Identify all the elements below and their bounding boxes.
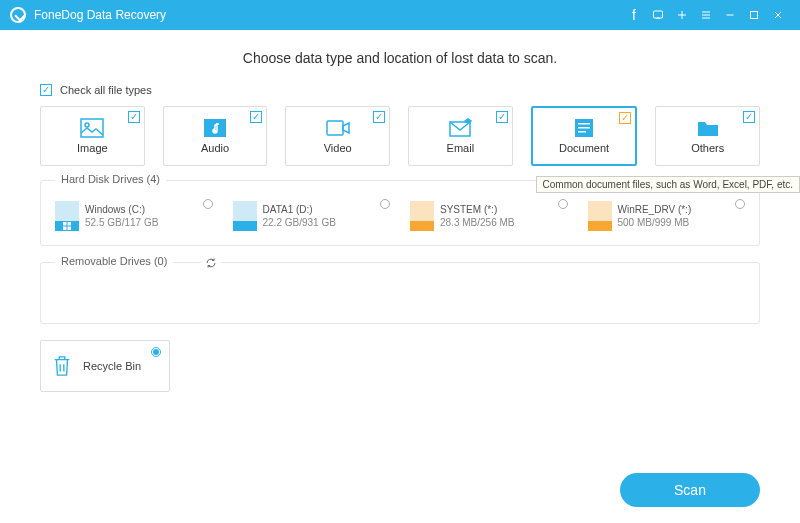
drive-size: 500 MB/999 MB <box>618 217 692 228</box>
type-card-image[interactable]: ✓ Image <box>40 106 145 166</box>
document-tooltip: Common document files, such as Word, Exc… <box>536 176 800 193</box>
removable-group: Removable Drives (0) <box>40 262 760 324</box>
check-all-types[interactable]: ✓ Check all file types <box>40 84 760 96</box>
image-icon <box>80 118 104 138</box>
check-all-label: Check all file types <box>60 84 152 96</box>
drive-name: DATA1 (D:) <box>263 204 336 215</box>
type-checkbox[interactable]: ✓ <box>128 111 140 123</box>
refresh-button[interactable] <box>201 255 221 273</box>
type-label: Email <box>447 142 475 154</box>
facebook-icon[interactable]: f <box>622 3 646 27</box>
svg-rect-0 <box>654 11 663 18</box>
type-checkbox[interactable]: ✓ <box>250 111 262 123</box>
svg-rect-10 <box>578 127 590 129</box>
drive-item[interactable]: DATA1 (D:) 22.2 GB/931 GB <box>233 201 391 231</box>
trash-icon <box>51 354 73 378</box>
removable-group-title: Removable Drives (0) <box>55 255 173 267</box>
type-card-video[interactable]: ✓ Video <box>285 106 390 166</box>
type-card-email[interactable]: ✓ Email <box>408 106 513 166</box>
type-label: Document <box>559 142 609 154</box>
svg-rect-6 <box>327 121 343 135</box>
page-heading: Choose data type and location of lost da… <box>40 50 760 66</box>
drive-icon <box>588 201 612 231</box>
svg-rect-13 <box>68 222 72 226</box>
type-card-audio[interactable]: ✓ Audio <box>163 106 268 166</box>
maximize-button[interactable] <box>742 3 766 27</box>
type-card-others[interactable]: ✓ Others <box>655 106 760 166</box>
drive-size: 22.2 GB/931 GB <box>263 217 336 228</box>
svg-rect-2 <box>81 119 103 137</box>
drive-name: SYSTEM (*:) <box>440 204 514 215</box>
type-label: Image <box>77 142 108 154</box>
drive-item[interactable]: WinRE_DRV (*:) 500 MB/999 MB <box>588 201 746 231</box>
app-title: FoneDog Data Recovery <box>34 8 166 22</box>
svg-rect-15 <box>68 227 72 231</box>
drive-radio[interactable] <box>735 199 745 209</box>
drive-icon <box>410 201 434 231</box>
close-button[interactable] <box>766 3 790 27</box>
type-label: Audio <box>201 142 229 154</box>
type-checkbox[interactable]: ✓ <box>373 111 385 123</box>
svg-rect-1 <box>751 12 758 19</box>
recycle-bin-card[interactable]: Recycle Bin <box>40 340 170 392</box>
type-card-document[interactable]: ✓ Document <box>531 106 638 166</box>
svg-rect-11 <box>578 131 586 133</box>
file-type-grid: ✓ Image ✓ Audio ✓ Video ✓ Email ✓ Docume… <box>40 106 760 166</box>
audio-icon <box>203 118 227 138</box>
drive-name: WinRE_DRV (*:) <box>618 204 692 215</box>
plus-icon[interactable] <box>670 3 694 27</box>
hdd-group-title: Hard Disk Drives (4) <box>55 173 166 185</box>
check-all-checkbox[interactable]: ✓ <box>40 84 52 96</box>
recycle-label: Recycle Bin <box>83 360 141 372</box>
email-icon <box>448 118 472 138</box>
minimize-button[interactable] <box>718 3 742 27</box>
folder-icon <box>696 118 720 138</box>
video-icon <box>326 118 350 138</box>
menu-icon[interactable] <box>694 3 718 27</box>
feedback-icon[interactable] <box>646 3 670 27</box>
drive-radio[interactable] <box>380 199 390 209</box>
drive-icon <box>233 201 257 231</box>
drive-radio[interactable] <box>558 199 568 209</box>
type-label: Video <box>324 142 352 154</box>
drive-name: Windows (C:) <box>85 204 158 215</box>
drive-item[interactable]: Windows (C:) 52.5 GB/117 GB <box>55 201 213 231</box>
svg-rect-14 <box>63 227 67 231</box>
type-checkbox[interactable]: ✓ <box>619 112 631 124</box>
recycle-radio[interactable] <box>151 347 161 357</box>
svg-rect-9 <box>578 123 590 125</box>
drive-icon <box>55 201 79 231</box>
svg-point-5 <box>214 130 217 133</box>
drive-item[interactable]: SYSTEM (*:) 28.3 MB/256 MB <box>410 201 568 231</box>
type-checkbox[interactable]: ✓ <box>496 111 508 123</box>
type-checkbox[interactable]: ✓ <box>743 111 755 123</box>
svg-point-3 <box>85 123 89 127</box>
document-icon <box>572 118 596 138</box>
svg-rect-12 <box>63 222 67 226</box>
titlebar: FoneDog Data Recovery f <box>0 0 800 30</box>
app-logo-icon <box>10 7 26 23</box>
type-label: Others <box>691 142 724 154</box>
drive-radio[interactable] <box>203 199 213 209</box>
drive-size: 28.3 MB/256 MB <box>440 217 514 228</box>
scan-button[interactable]: Scan <box>620 473 760 507</box>
drive-size: 52.5 GB/117 GB <box>85 217 158 228</box>
